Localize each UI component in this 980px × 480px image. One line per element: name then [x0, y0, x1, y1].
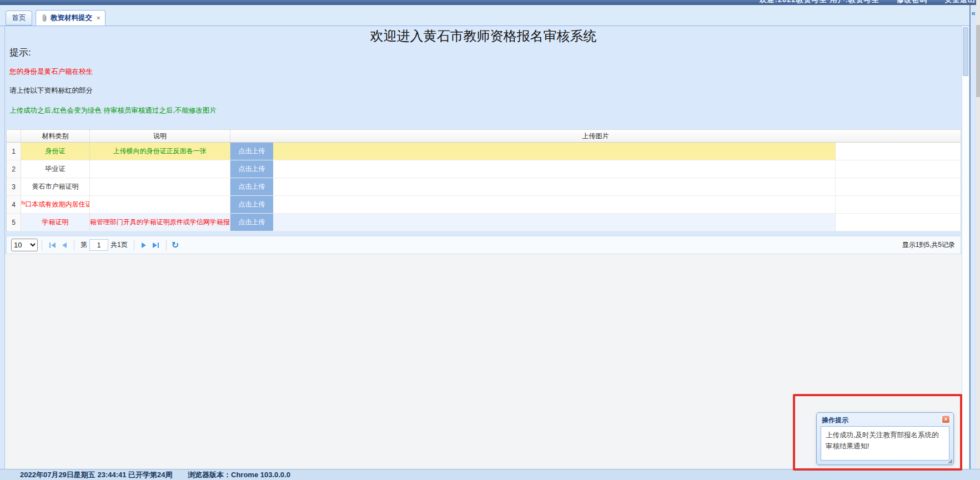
change-password-link[interactable]: 修改密码	[896, 0, 927, 4]
row-description: 上传横向的身份证正反面各一张	[90, 143, 230, 160]
content-scrollbar-thumb[interactable]	[963, 27, 968, 76]
popup-message: 上传成功,及时关注教育部报名系统的审核结果通知!	[821, 426, 949, 461]
row-number: 4	[7, 196, 21, 213]
page-number-input[interactable]	[89, 239, 108, 251]
table-row: 3 黄石市户籍证明 点击上传	[7, 178, 961, 196]
prev-page-button[interactable]	[59, 240, 70, 250]
hint-label: 提示:	[9, 46, 31, 59]
pagination-bar: 10 第 共1页	[6, 236, 961, 254]
logout-link[interactable]: 安全退出	[944, 0, 976, 4]
window-scrollbar-thumb[interactable]	[976, 25, 980, 97]
table-row: 2 毕业证 点击上传	[7, 160, 961, 178]
material-form-panel: 欢迎进入黄石市教师资格报名审核系统 提示: 您的身份是黄石户籍在校生 请上传以下…	[5, 26, 962, 254]
row-description: 学籍管理部门开具的学籍证明原件或学信网学籍报告	[90, 214, 230, 231]
material-table: 材料类别 说明 上传图片 1 身份证 上传横向的身份证正反面各一张 点击上传	[6, 129, 961, 231]
next-page-button[interactable]	[138, 240, 149, 250]
upload-hint: 请上传以下资料标红的部分	[9, 86, 93, 95]
paperclip-icon	[41, 14, 48, 22]
table-row: 5 学籍证明 学籍管理部门开具的学籍证明原件或学信网学籍报告 点击上传	[7, 214, 961, 231]
main-content: 欢迎进入黄石市教师资格报名审核系统 提示: 您的身份是黄石户籍在校生 请上传以下…	[4, 26, 962, 469]
tab-close-icon[interactable]: ×	[97, 14, 100, 21]
collapse-icon[interactable]: «	[971, 9, 976, 17]
row-category: 学籍证明	[21, 214, 90, 231]
total-pages-label: 共1页	[110, 240, 128, 250]
header-rownum	[7, 130, 21, 142]
east-collapse-panel: «	[969, 5, 976, 469]
tab-home-label: 首页	[12, 13, 26, 23]
header-category: 材料类别	[21, 130, 90, 142]
upload-button[interactable]: 点击上传	[230, 160, 273, 178]
row-category: 黄石市户籍证明	[21, 178, 90, 195]
first-page-button[interactable]	[46, 240, 59, 250]
separator	[166, 240, 167, 250]
welcome-text: 欢迎:2022教资考生 用户:教资考生	[760, 0, 880, 4]
row-number: 1	[7, 143, 21, 160]
upload-button[interactable]: 点击上传	[230, 214, 273, 231]
tab-home[interactable]: 首页	[6, 11, 32, 26]
header-upload: 上传图片	[230, 130, 961, 142]
app-window: 欢迎:2022教资考生 用户:教资考生 修改密码 安全退出 首页 教资材料提交 …	[0, 0, 980, 480]
separator	[42, 240, 42, 250]
tab-bar: 首页 教资材料提交 ×	[0, 5, 969, 26]
popup-resize-grip[interactable]	[948, 459, 952, 463]
separator	[74, 240, 74, 250]
top-user-bar: 欢迎:2022教资考生 用户:教资考生 修改密码 安全退出	[0, 0, 980, 5]
popup-title: 操作提示	[822, 416, 848, 425]
status-browser-version: 浏览器版本：Chrome 103.0.0.0	[188, 469, 290, 480]
separator	[134, 240, 134, 250]
row-category: 户口本或有效期内居住证	[21, 196, 90, 213]
row-number: 3	[7, 178, 21, 195]
window-scrollbar[interactable]	[976, 0, 980, 480]
page-prefix-label: 第	[81, 240, 87, 250]
upload-button[interactable]: 点击上传	[230, 196, 273, 213]
row-description	[90, 178, 230, 195]
content-scrollbar[interactable]	[962, 26, 969, 469]
last-page-button[interactable]	[149, 240, 162, 250]
record-summary: 显示1到5,共5记录	[902, 236, 955, 254]
page-title: 欢迎进入黄石市教师资格报名审核系统	[5, 27, 962, 45]
upload-button[interactable]: 点击上传	[230, 143, 273, 160]
row-description	[90, 160, 230, 178]
status-hint: 上传成功之后,红色会变为绿色 待审核员审核通过之后,不能修改图片	[9, 106, 217, 115]
tab-material-submit[interactable]: 教资材料提交 ×	[36, 10, 105, 26]
table-row: 1 身份证 上传横向的身份证正反面各一张 点击上传	[7, 143, 961, 160]
upload-button[interactable]: 点击上传	[230, 178, 273, 195]
row-description	[90, 196, 230, 213]
status-bar: 2022年07月29日星期五 23:44:41 已开学第24周 浏览器版本：Ch…	[0, 469, 980, 480]
status-datetime: 2022年07月29日星期五 23:44:41 已开学第24周	[20, 469, 173, 480]
header-description: 说明	[90, 130, 230, 142]
row-number: 5	[7, 214, 21, 231]
row-category: 身份证	[21, 143, 90, 160]
popup-close-icon[interactable]: ×	[942, 415, 950, 423]
refresh-icon[interactable]: ↻	[172, 240, 179, 250]
row-number: 2	[7, 160, 21, 178]
table-header-row: 材料类别 说明 上传图片	[7, 130, 961, 143]
identity-hint: 您的身份是黄石户籍在校生	[9, 67, 93, 77]
tab-material-submit-label: 教资材料提交	[51, 13, 92, 23]
page-size-select[interactable]: 10	[11, 239, 38, 251]
table-row: 4 户口本或有效期内居住证 点击上传	[7, 196, 961, 214]
operation-tip-popup: 操作提示 × 上传成功,及时关注教育部报名系统的审核结果通知!	[816, 412, 954, 465]
row-category: 毕业证	[21, 160, 90, 178]
